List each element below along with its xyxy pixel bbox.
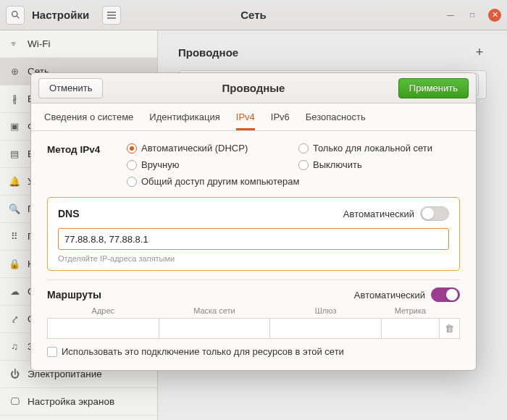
routes-table: Адрес Маска сети Шлюз Метрика 🗑 <box>47 306 460 339</box>
radio-disable[interactable]: Выключить <box>298 159 460 170</box>
radio-dot-icon <box>298 143 309 154</box>
route-netmask-cell[interactable] <box>159 319 270 339</box>
routes-section: Маршруты Автоматический Адрес Маска сети… <box>47 280 460 357</box>
col-metric: Метрика <box>381 306 439 319</box>
radio-label: Вручную <box>141 159 179 170</box>
radio-label: Общий доступ другим компьютерам <box>141 176 299 187</box>
radio-label: Выключить <box>313 159 362 170</box>
dns-auto-toggle[interactable] <box>420 206 449 221</box>
apply-button[interactable]: Применить <box>398 78 469 98</box>
cancel-button[interactable]: Отменить <box>38 78 103 98</box>
tab-ipv6[interactable]: IPv6 <box>271 112 290 130</box>
only-local-resources-checkbox[interactable]: Использовать это подключение только для … <box>47 346 460 357</box>
network-settings-modal: Отменить Проводные Применить Сведения о … <box>30 72 477 371</box>
tab-ipv4[interactable]: IPv4 <box>236 112 255 130</box>
radio-dot-icon <box>298 160 309 170</box>
radio-dot-icon <box>127 160 137 170</box>
radio-label: Автоматический (DHCP) <box>141 143 248 154</box>
dns-auto-label: Автоматический <box>343 209 414 219</box>
route-gateway-cell[interactable] <box>270 319 382 339</box>
tab-security[interactable]: Безопасность <box>306 112 366 130</box>
dns-hint: Отделяйте IP-адреса запятыми <box>58 254 449 263</box>
radio-link-local[interactable]: Только для локальной сети <box>298 143 460 154</box>
route-address-cell[interactable] <box>48 319 159 339</box>
modal-tabs: Сведения о системе Идентификация IPv4 IP… <box>31 104 476 131</box>
modal-title: Проводные <box>222 82 285 94</box>
dns-servers-input[interactable] <box>58 228 449 250</box>
cancel-button-label: Отменить <box>49 83 92 93</box>
checkbox-label: Использовать это подключение только для … <box>62 346 344 357</box>
routes-auto-toggle[interactable] <box>431 287 460 302</box>
routes-title: Маршруты <box>47 289 101 301</box>
radio-label: Только для локальной сети <box>313 143 432 154</box>
col-gateway: Шлюз <box>270 306 382 319</box>
ipv4-method-label: Метод IPv4 <box>47 143 114 155</box>
apply-button-label: Применить <box>409 83 458 93</box>
radio-shared[interactable]: Общий доступ другим компьютерам <box>127 176 460 187</box>
table-row: 🗑 <box>48 319 460 339</box>
route-delete-button[interactable]: 🗑 <box>440 319 460 339</box>
checkbox-box-icon <box>47 347 57 357</box>
dns-title: DNS <box>58 208 80 219</box>
route-metric-cell[interactable] <box>381 319 439 339</box>
radio-dot-icon <box>127 143 137 154</box>
tab-details[interactable]: Сведения о системе <box>44 112 133 130</box>
dns-section: DNS Автоматический Отделяйте IP-адреса з… <box>47 197 460 271</box>
col-address: Адрес <box>48 306 159 319</box>
col-netmask: Маска сети <box>159 306 270 319</box>
trash-icon: 🗑 <box>445 323 454 334</box>
tab-identity[interactable]: Идентификация <box>149 112 219 130</box>
radio-manual[interactable]: Вручную <box>127 159 288 170</box>
radio-auto-dhcp[interactable]: Автоматический (DHCP) <box>127 143 288 154</box>
routes-auto-label: Автоматический <box>354 290 425 301</box>
radio-dot-icon <box>127 177 137 187</box>
